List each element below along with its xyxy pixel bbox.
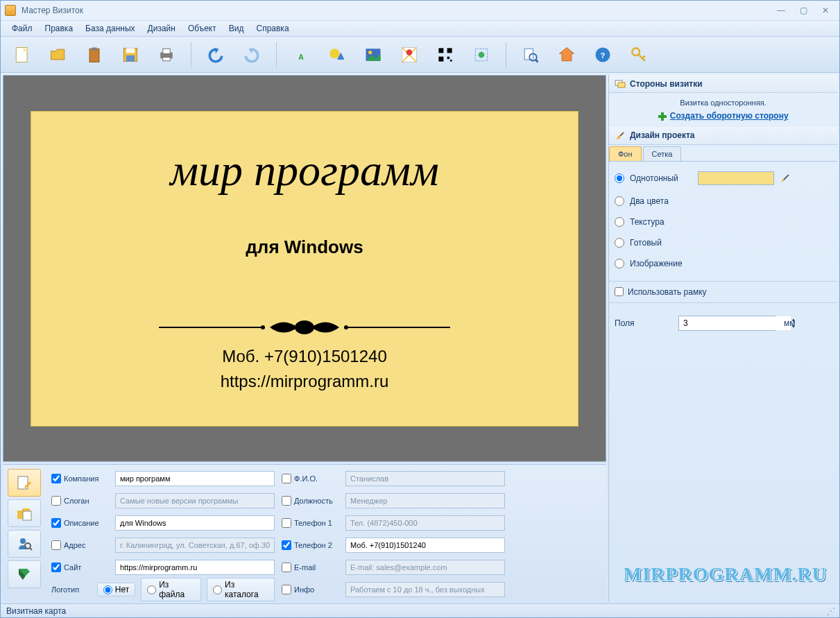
status-text: Визитная карта [6,606,66,616]
company-check[interactable]: Компания [51,474,108,483]
menu-view[interactable]: Вид [223,22,250,35]
svg-point-33 [261,325,265,329]
image-button[interactable] [359,40,388,69]
card-site[interactable]: https://mirprogramm.ru [221,372,389,391]
phone2-input[interactable] [345,538,505,553]
bg-preset-radio[interactable]: Готовый [615,238,832,248]
margin-spinner[interactable]: ▴▾ [678,316,775,331]
svg-point-34 [344,325,348,329]
tab-background[interactable]: Фон [609,146,642,161]
menu-file[interactable]: Файл [6,22,38,35]
svg-rect-2 [92,47,97,50]
resize-grip[interactable]: ⋰ [827,606,834,616]
fio-input[interactable] [345,471,505,486]
map-button[interactable] [395,40,424,69]
svg-rect-1 [89,49,99,62]
help-button[interactable]: ? [588,40,617,69]
menu-object[interactable]: Объект [182,22,222,35]
sides-icon [615,78,626,89]
card-description[interactable]: для Windows [246,237,363,258]
key-button[interactable] [624,40,653,69]
svg-rect-43 [658,115,667,118]
menu-edit[interactable]: Правка [40,22,79,35]
slogan-check[interactable]: Слоган [51,496,108,506]
qrcode-button[interactable] [431,40,460,69]
svg-point-38 [25,543,31,549]
desc-input[interactable] [115,515,275,531]
margin-label: Поля [615,318,670,328]
mode-export-button[interactable] [8,560,41,588]
maximize-button[interactable]: ▢ [794,5,813,16]
create-back-link[interactable]: Создать оборотную сторону [617,111,829,121]
mode-edit-button[interactable] [8,469,41,497]
new-button[interactable] [8,40,37,69]
svg-text:?: ? [601,51,605,60]
shape-button[interactable] [323,40,352,69]
minimize-button[interactable]: — [771,5,791,16]
svg-line-45 [784,175,789,180]
window-title: Мастер Визиток [19,6,771,15]
svg-point-37 [20,538,26,544]
svg-rect-36 [23,511,31,520]
redo-button[interactable] [237,40,266,69]
text-button[interactable]: A [286,40,316,69]
tab-grid[interactable]: Сетка [643,146,682,161]
menu-database[interactable]: База данных [80,22,140,35]
phone1-input[interactable] [345,515,505,531]
menubar: Файл Правка База данных Дизайн Объект Ви… [1,20,839,37]
bg-twocolor-radio[interactable]: Два цвета [615,196,832,206]
mode-person-button[interactable] [8,530,41,558]
print-button[interactable] [152,40,181,69]
bg-texture-radio[interactable]: Текстура [615,217,832,227]
svg-rect-17 [438,56,443,61]
margin-unit: мм [784,318,796,328]
address-input[interactable] [115,538,275,553]
position-input[interactable] [345,493,505,508]
bg-image-radio[interactable]: Изображение [615,259,832,268]
email-check[interactable]: E-mail [282,563,338,572]
position-check[interactable]: Должность [282,496,338,506]
fio-check[interactable]: Ф.И.О. [282,474,338,483]
clipart-button[interactable] [467,40,496,69]
company-input[interactable] [115,471,275,486]
card-ornament[interactable] [159,314,450,341]
undo-button[interactable] [201,40,230,69]
svg-rect-18 [447,56,450,59]
site-input[interactable] [115,560,275,575]
logo-file-radio[interactable]: Из файла [141,578,201,601]
close-button[interactable]: ✕ [816,5,835,16]
menu-help[interactable]: Справка [250,22,294,35]
logo-catalog-radio[interactable]: Из каталога [207,578,275,601]
slogan-input[interactable] [115,493,275,508]
info-check[interactable]: Инфо [282,585,338,594]
desc-check[interactable]: Описание [51,518,108,528]
phone2-check[interactable]: Телефон 2 [282,540,338,550]
save-button[interactable] [116,40,145,69]
svg-rect-15 [438,48,443,53]
side-panel: Стороны визитки Визитка односторонняя. С… [608,75,837,601]
card-phone[interactable]: Моб. +7(910)1501240 [222,347,387,366]
plus-icon [658,112,667,121]
canvas-area[interactable]: мир программ для Windows Моб. +7(910)150… [3,75,606,462]
business-card[interactable]: мир программ для Windows Моб. +7(910)150… [31,111,578,427]
info-input[interactable] [345,582,505,597]
brush-icon [615,130,626,141]
menu-design[interactable]: Дизайн [142,22,181,35]
site-check[interactable]: Сайт [51,563,108,572]
bg-color-swatch[interactable] [698,171,774,185]
phone1-check[interactable]: Телефон 1 [282,518,338,528]
open-button[interactable] [44,40,73,69]
preview-button[interactable] [516,40,545,69]
card-company[interactable]: мир программ [170,145,439,196]
eyedropper-icon[interactable] [780,173,791,184]
bg-solid-radio[interactable]: Однотонный [615,171,832,185]
address-check[interactable]: Адрес [51,540,108,550]
email-input[interactable] [345,560,505,575]
use-frame-check[interactable]: Использовать рамку [609,284,837,300]
home-button[interactable] [552,40,581,69]
logo-none-radio[interactable]: Нет [97,583,135,596]
svg-rect-5 [126,55,135,61]
mode-database-button[interactable] [8,499,41,527]
svg-rect-19 [450,60,452,62]
paste-button[interactable] [80,40,109,69]
